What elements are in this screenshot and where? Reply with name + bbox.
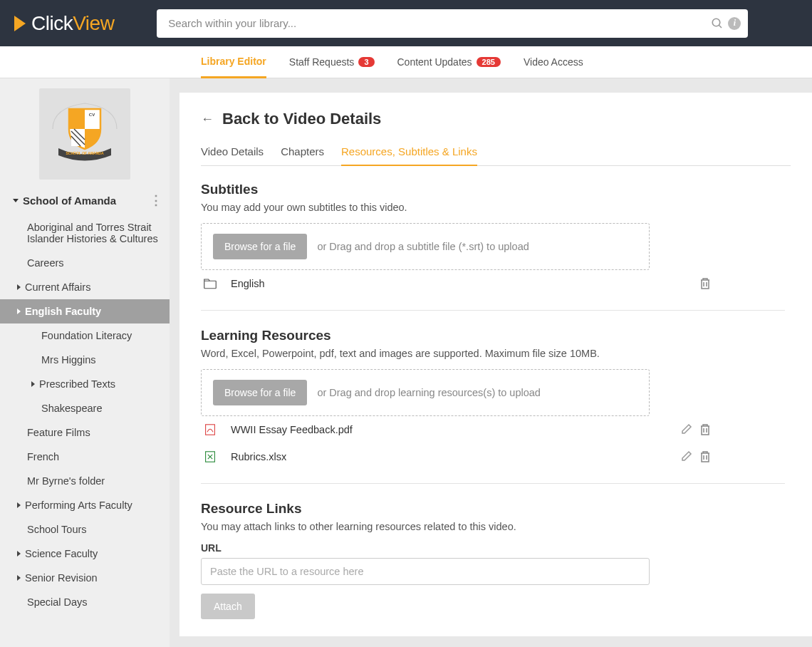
topnav-item-1[interactable]: Staff Requests3 — [289, 46, 375, 78]
sidebar-item-12[interactable]: School Tours — [0, 517, 170, 542]
sidebar-item-label: Careers — [27, 257, 64, 269]
edit-icon[interactable] — [681, 450, 692, 462]
tab-2[interactable]: Resources, Subtitles & Links — [341, 140, 477, 166]
subtitle-file-name: English — [231, 278, 688, 289]
caret-right-icon — [31, 381, 35, 387]
caret-right-icon — [17, 309, 21, 314]
resource-file-name: WWII Essay Feedback.pdf — [231, 424, 670, 435]
detail-tabs: Video DetailsChaptersResources, Subtitle… — [201, 140, 791, 166]
attach-button[interactable]: Attach — [201, 594, 255, 619]
sidebar-item-1[interactable]: Careers — [0, 251, 170, 275]
svg-text:CV: CV — [89, 113, 95, 117]
topnav-item-0[interactable]: Library Editor — [201, 46, 266, 78]
folder-icon — [204, 278, 217, 289]
tab-1[interactable]: Chapters — [281, 140, 324, 165]
main-area: ← Back to Video Details Video DetailsCha… — [170, 78, 812, 647]
play-icon — [14, 16, 26, 31]
resources-dropzone[interactable]: Browse for a file or Drag and drop learn… — [201, 369, 650, 416]
badge: 3 — [358, 57, 374, 67]
sidebar-item-label: Current Affairs — [25, 281, 90, 293]
divider — [201, 310, 785, 311]
sidebar-item-8[interactable]: Feature Films — [0, 420, 170, 445]
sidebar-item-6[interactable]: Prescribed Texts — [0, 372, 170, 396]
sidebar-item-10[interactable]: Mr Byrne's folder — [0, 469, 170, 493]
sidebar-item-14[interactable]: Senior Revision — [0, 566, 170, 590]
subtitles-section: Subtitles You may add your own subtitles… — [201, 182, 791, 297]
subtitle-drop-hint: or Drag and drop a subtitle file (*.srt)… — [317, 241, 529, 252]
content-panel: ← Back to Video Details Video DetailsCha… — [179, 93, 812, 636]
brand-text: ClickView — [31, 12, 114, 35]
search-container: i — [157, 9, 748, 38]
edit-icon[interactable] — [681, 423, 692, 435]
trash-icon[interactable] — [699, 423, 711, 436]
svg-rect-9 — [204, 281, 217, 289]
url-label: URL — [201, 542, 791, 554]
sidebar-item-label: Aboriginal and Torres Strait Islander Hi… — [27, 222, 162, 244]
topnav-item-3[interactable]: Video Access — [524, 46, 583, 78]
sidebar-item-7[interactable]: Shakespeare — [0, 396, 170, 420]
resource-file-row: Rubrics.xlsx — [201, 443, 714, 470]
subtitles-title: Subtitles — [201, 182, 791, 197]
caret-right-icon — [17, 284, 21, 290]
sidebar-item-label: School Tours — [27, 524, 87, 535]
sidebar-item-label: Shakespeare — [41, 403, 102, 414]
svg-text:SCHOOL OF AMANDA: SCHOOL OF AMANDA — [66, 151, 103, 155]
sidebar-item-2[interactable]: Current Affairs — [0, 275, 170, 299]
caret-right-icon — [17, 551, 21, 557]
sidebar-item-3[interactable]: English Faculty — [0, 299, 170, 324]
sidebar-school-header[interactable]: School of Amanda ⋮ — [0, 185, 170, 215]
brand-logo[interactable]: ClickView — [14, 12, 114, 35]
sidebar-item-label: Science Faculty — [25, 548, 98, 559]
info-icon[interactable]: i — [728, 17, 741, 30]
caret-down-icon — [13, 199, 19, 202]
sidebar: CV SCHOOL OF AMANDA School of Amanda ⋮ A… — [0, 78, 170, 647]
tab-0[interactable]: Video Details — [201, 140, 264, 165]
sidebar-item-label: Prescribed Texts — [39, 378, 115, 390]
school-name: School of Amanda — [23, 195, 116, 207]
url-input[interactable] — [201, 558, 650, 585]
resources-desc: Word, Excel, Powerpoint, pdf, text and i… — [201, 348, 791, 359]
trash-icon[interactable] — [699, 277, 711, 290]
subtitle-file-row: English — [201, 270, 714, 297]
sidebar-item-5[interactable]: Mrs Higgins — [0, 348, 170, 372]
school-logo-container: CV SCHOOL OF AMANDA — [0, 78, 170, 185]
resources-title: Learning Resources — [201, 328, 791, 343]
svg-rect-10 — [206, 425, 215, 435]
sidebar-item-label: English Faculty — [25, 306, 101, 317]
badge: 285 — [477, 57, 501, 67]
search-input[interactable] — [157, 9, 748, 38]
trash-icon[interactable] — [699, 450, 711, 463]
top-nav: Library EditorStaff Requests3Content Upd… — [0, 46, 812, 78]
sidebar-item-label: Mrs Higgins — [41, 354, 96, 366]
browse-subtitle-button[interactable]: Browse for a file — [213, 234, 307, 259]
sidebar-item-label: Feature Films — [27, 427, 90, 438]
sidebar-item-label: Performing Arts Faculty — [25, 500, 132, 511]
back-to-video-details[interactable]: ← Back to Video Details — [201, 110, 791, 128]
topnav-item-2[interactable]: Content Updates285 — [397, 46, 501, 78]
sidebar-item-label: Senior Revision — [25, 572, 98, 584]
sidebar-item-label: French — [27, 451, 59, 462]
divider — [201, 483, 785, 484]
links-section: Resource Links You may attach links to o… — [201, 501, 791, 619]
sidebar-item-13[interactable]: Science Faculty — [0, 542, 170, 566]
sidebar-item-4[interactable]: Foundation Literacy — [0, 324, 170, 348]
more-menu-icon[interactable]: ⋮ — [150, 192, 161, 208]
resource-file-name: Rubrics.xlsx — [231, 451, 670, 462]
sidebar-item-15[interactable]: Special Days — [0, 590, 170, 614]
pdf-icon — [204, 424, 217, 435]
links-desc: You may attach links to other learning r… — [201, 521, 791, 532]
caret-right-icon — [17, 575, 21, 581]
sidebar-item-0[interactable]: Aboriginal and Torres Strait Islander Hi… — [0, 215, 170, 251]
links-title: Resource Links — [201, 501, 791, 517]
subtitles-dropzone[interactable]: Browse for a file or Drag and drop a sub… — [201, 223, 650, 270]
sidebar-item-11[interactable]: Performing Arts Faculty — [0, 493, 170, 517]
browse-resource-button[interactable]: Browse for a file — [213, 380, 307, 405]
search-icon[interactable] — [711, 17, 724, 30]
svg-line-1 — [719, 25, 722, 28]
sidebar-item-9[interactable]: French — [0, 445, 170, 469]
subtitles-desc: You may add your own subtitles to this v… — [201, 202, 791, 213]
resources-section: Learning Resources Word, Excel, Powerpoi… — [201, 328, 791, 470]
sidebar-item-label: Mr Byrne's folder — [27, 475, 105, 487]
resource-drop-hint: or Drag and drop learning resources(s) t… — [317, 387, 541, 398]
xlsx-icon — [204, 451, 217, 462]
